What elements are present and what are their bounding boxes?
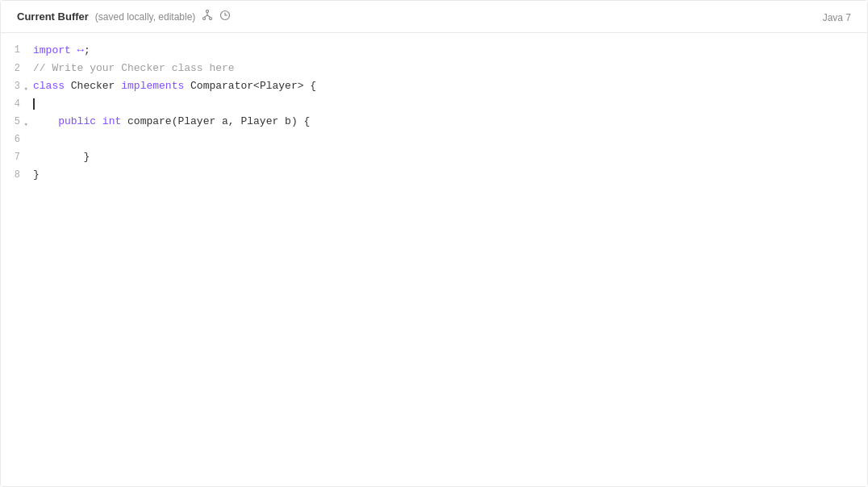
line-number: 4 (1, 95, 30, 113)
line-content: class Checker implements Comparator<Play… (30, 77, 867, 95)
line-content: } (30, 148, 867, 166)
svg-point-1 (203, 18, 206, 20)
line-content: import ↔; (30, 41, 867, 60)
code-line: 8 } (1, 166, 867, 184)
buffer-title: Current Buffer (17, 10, 89, 23)
code-line: 1 import ↔; (1, 41, 867, 60)
editor-header: Current Buffer (saved locally, editable) (1, 1, 867, 33)
line-number: 6 (1, 131, 30, 148)
editor-container: Current Buffer (saved locally, editable) (0, 0, 868, 487)
svg-point-0 (207, 10, 209, 13)
svg-line-4 (204, 15, 207, 18)
line-content (30, 95, 867, 113)
svg-line-5 (207, 15, 211, 18)
line-content: public int compare(Player a, Player b) { (30, 113, 867, 131)
header-left: Current Buffer (saved locally, editable) (17, 10, 231, 23)
line-number: 1 (1, 41, 30, 59)
line-content: // Write your Checker class here (30, 60, 867, 77)
line-content: } (30, 166, 867, 184)
line-number: 3▾ (1, 77, 30, 95)
fork-icon[interactable] (202, 10, 213, 23)
code-area[interactable]: 1 import ↔; 2 // Write your Checker clas… (1, 33, 867, 486)
line-number: 5▾ (1, 113, 30, 131)
code-line: 5▾ public int compare(Player a, Player b… (1, 113, 867, 131)
code-line: 7 } (1, 148, 867, 166)
code-line: 6 (1, 131, 867, 148)
line-number: 2 (1, 60, 30, 77)
code-line: 4 (1, 95, 867, 113)
line-number: 7 (1, 148, 30, 166)
code-line: 3▾ class Checker implements Comparator<P… (1, 77, 867, 95)
code-line: 2 // Write your Checker class here (1, 60, 867, 77)
svg-point-2 (210, 18, 212, 20)
buffer-status: (saved locally, editable) (95, 11, 196, 23)
line-number: 8 (1, 166, 30, 184)
history-icon[interactable] (219, 10, 231, 23)
language-label: Java 7 (823, 10, 851, 24)
